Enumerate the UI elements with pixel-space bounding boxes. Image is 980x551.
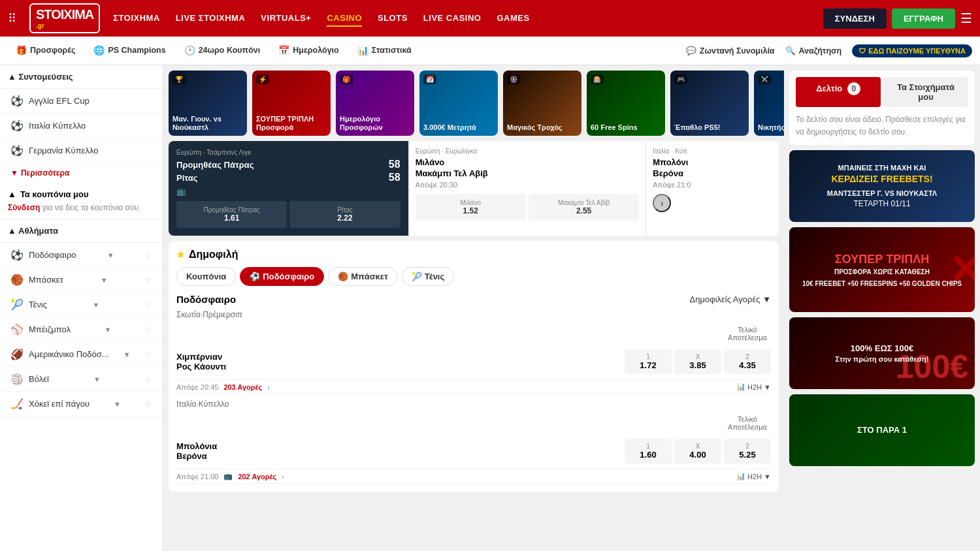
- arrow-icon-2: ›: [282, 473, 284, 480]
- match2-odd2-button[interactable]: Μακάμπι Τελ Αβίβ 2.55: [529, 194, 639, 221]
- promo-offer[interactable]: 🎁 Ημερολόγιο Προσφορών: [336, 71, 414, 136]
- bet-header-1: Τελικό Αποτέλεσμα: [176, 323, 771, 344]
- sidebar-item-england[interactable]: ⚽ Αγγλία EFL Cup: [0, 89, 163, 114]
- deltio-empty-text: Το δελτίο σου είναι άδειο. Πρόσθεσε επιλ…: [796, 114, 968, 138]
- fav-volleyball-icon[interactable]: ☆: [145, 375, 152, 384]
- chevron-markets-icon: ▼: [762, 294, 771, 304]
- nav-live-stoixima[interactable]: LIVE ΣΤΟΙΧΗΜΑ: [176, 10, 246, 27]
- sports-title: ▲ Αθλήματα: [8, 226, 58, 236]
- tab-mpasket[interactable]: 🏀 Μπάσκετ: [328, 267, 398, 286]
- match1-odd1-button[interactable]: Προμηθέας Πάτρας 1.61: [176, 201, 287, 228]
- nav-games[interactable]: GAMES: [497, 10, 529, 27]
- sec-nav-stats-label: Στατιστικά: [372, 46, 412, 55]
- promo-badge-4: 📅: [423, 74, 436, 84]
- h2h-badge-2[interactable]: 📊 H2H ▼: [736, 472, 771, 480]
- register-button[interactable]: ΕΓΓΡΑΦΗ: [892, 8, 955, 29]
- hamburger-icon[interactable]: ☰: [960, 10, 972, 26]
- sidebar-sport-baseball[interactable]: ⚾ Μπέιζμπολ ▼ ☆: [0, 317, 163, 342]
- promo-wheel[interactable]: 🎡 Μαγικός Τροχός: [503, 71, 581, 136]
- fav-basketball-icon[interactable]: ☆: [145, 276, 152, 285]
- live-chat-button[interactable]: 💬 Ζωντανή Συνομιλία: [686, 46, 775, 55]
- odd-1-1[interactable]: 1 1.72: [625, 349, 672, 374]
- promo-calendar[interactable]: 📅 3.000€ Μετρητά: [419, 71, 498, 136]
- odd-2-1[interactable]: 1 1.60: [625, 439, 672, 464]
- syndesi-link[interactable]: Σύνδεση: [8, 203, 40, 212]
- odd-1-x[interactable]: X 3.85: [674, 349, 721, 374]
- odd-2-x[interactable]: X 4.00: [674, 439, 721, 464]
- popular-tabs: Κουπόνια ⚽ Ποδόσφαιρο 🏀 Μπάσκετ 🎾 Τένις: [176, 267, 771, 286]
- h2h-badge-1[interactable]: 📊 H2H ▼: [736, 383, 771, 391]
- sec-nav-24h[interactable]: 🕐 24ωρο Κουπόνι: [176, 37, 269, 65]
- shortcuts-header[interactable]: ▲ Συντομεύσεις: [0, 65, 163, 89]
- sec-nav-statistika[interactable]: 📊 Στατιστικά: [350, 37, 419, 65]
- promo-battles[interactable]: ⚔️ Νικητής Εβδομάδας: [754, 71, 784, 136]
- sidebar-sport-hockey[interactable]: 🏒 Χόκεϊ επί πάγου ▼ ☆: [0, 392, 163, 417]
- sec-nav-ps-champions[interactable]: 🌐 PS Champions: [86, 37, 173, 65]
- grid-icon[interactable]: ⠿: [8, 11, 16, 25]
- nav-stoixima[interactable]: ΣΤΟΙΧΗΜΑ: [113, 10, 160, 27]
- edw-paizoume-button[interactable]: 🛡 ΕΔΩ ΠΑΙΖΟΥΜΕ ΥΠΕΥΘΥΝΑ: [852, 44, 972, 57]
- odds-header-1: Τελικό Αποτέλεσμα: [724, 326, 771, 341]
- match2-markets[interactable]: 202 Αγορές: [238, 473, 276, 480]
- nav-virtuals[interactable]: VIRTUALS+: [261, 10, 311, 27]
- brand-logo[interactable]: STOIXIMA .gr: [29, 3, 100, 33]
- teams-1: Χιμπέρνιαν Ρος Κάουντι: [176, 352, 619, 371]
- sidebar-item-italy[interactable]: ⚽ Ιταλία Κύπελλο: [0, 114, 163, 138]
- sidebar-item-germany[interactable]: ⚽ Γερμανία Κύπελλο: [0, 138, 163, 163]
- popular-section: ★ Δημοφιλή Κουπόνια ⚽ Ποδόσφαιρο 🏀 Μπάσκ…: [169, 241, 779, 492]
- kouponia-section: ▲ Τα κουπόνια μου Σύνδεση για να δεις τα…: [0, 183, 163, 219]
- fav-hockey-icon[interactable]: ☆: [145, 400, 152, 409]
- nav-casino[interactable]: CASINO: [327, 10, 362, 27]
- tab-tenis[interactable]: 🎾 Τένις: [402, 267, 454, 286]
- match1-time: Απόψε 20:45: [176, 383, 218, 391]
- my-bets-tab[interactable]: Τα Στοιχήματά μου: [883, 77, 968, 107]
- nav-slots[interactable]: SLOTS: [378, 10, 408, 27]
- para1-banner[interactable]: ΣΤΟ ΠΑΡΑ 1: [789, 394, 975, 466]
- ps-banner-text2: ΚΕΡΔΙΖΕΙΣ FREEBETS!: [827, 173, 937, 186]
- match-next-button[interactable]: ›: [653, 194, 671, 212]
- match2-odd1-button[interactable]: Μιλάνο 1.52: [416, 194, 526, 221]
- sec-nav-imerologio[interactable]: 📅 Ημερολόγιο: [270, 37, 346, 65]
- nav-live-casino[interactable]: LIVE CASINO: [423, 10, 482, 27]
- odd-1-2[interactable]: 2 4.35: [724, 349, 771, 374]
- tab-kouponia-label: Κουπόνια: [186, 272, 226, 281]
- fav-football-icon[interactable]: ☆: [145, 251, 152, 260]
- search-button[interactable]: 🔍 Αναζήτηση: [785, 46, 842, 55]
- shortcuts-more[interactable]: ▼ Περισσότερα: [0, 163, 163, 183]
- triple-banner[interactable]: ΣΟΥΠΕΡ ΤΡΙΠΛΗ ΠΡΟΣΦΟΡΑ ΧΩΡΙΣ ΚΑΤΑΘΕΣΗ 10…: [789, 227, 975, 312]
- sidebar-sport-american-football[interactable]: 🏈 Αμερικάνικο Ποδόσ... ▼ ☆: [0, 342, 163, 367]
- promo-freespins[interactable]: 🎰 60 Free Spins: [587, 71, 665, 136]
- tab-kouponia[interactable]: Κουπόνια: [176, 267, 236, 286]
- match1-odd2-val: 2.22: [337, 213, 352, 223]
- fav-baseball-icon[interactable]: ☆: [145, 325, 152, 334]
- login-button[interactable]: ΣΥΝΔΕΣΗ: [823, 8, 887, 29]
- match2-time-meta: Απόψε 21:00: [176, 473, 218, 480]
- promo-badge-1: 🏆: [172, 74, 186, 84]
- sidebar-sport-tennis[interactable]: 🎾 Τένις ▼ ☆: [0, 292, 163, 317]
- promo-ps-champions[interactable]: 🏆 Μαν. Γιουν. vs Νιούκαστλ: [169, 71, 247, 136]
- sports-header[interactable]: ▲ Αθλήματα: [0, 219, 163, 243]
- sidebar-sport-basketball[interactable]: 🏀 Μπάσκετ ▼ ☆: [0, 268, 163, 292]
- kouponia-suffix: για να δεις τα κουπόνια σου: [42, 203, 139, 212]
- fav-tennis-icon[interactable]: ☆: [145, 300, 152, 309]
- sidebar-sport-football[interactable]: ⚽ Ποδόσφαιρο ▼ ☆: [0, 243, 163, 268]
- fav-amfootball-icon[interactable]: ☆: [145, 350, 152, 359]
- match1-odds: Προμηθέας Πάτρας 1.61 Ρίτας 2.22: [176, 201, 400, 228]
- match1-odd2-button[interactable]: Ρίτας 2.22: [289, 201, 400, 228]
- deltio-tab[interactable]: Δελτίο 0: [796, 77, 881, 107]
- bet-group-1: Σκωτία·Πρέμιερσιπ Τελικό Αποτέλεσμα Χιμπ…: [176, 310, 771, 394]
- sidebar-sport-volleyball[interactable]: 🏐 Βόλεϊ ▼ ☆: [0, 367, 163, 392]
- bonus-banner[interactable]: 100% ΕΩΣ 100€ Στην πρώτη σου κατάθεση! 1…: [789, 317, 975, 389]
- promo-triple[interactable]: ⚡ ΣΟΥΠΕΡ ΤΡΙΠΛΗ Προσφορά: [252, 71, 331, 136]
- kouponia-header[interactable]: ▲ Τα κουπόνια μου: [8, 189, 155, 199]
- team1-match1: Χιμπέρνιαν: [176, 352, 619, 362]
- sec-nav-prosfores[interactable]: 🎁 Προσφορές: [8, 37, 83, 65]
- tab-podosfairo[interactable]: ⚽ Ποδόσφαιρο: [240, 267, 324, 286]
- match1-markets[interactable]: 203 Αγορές: [223, 383, 262, 391]
- promo-ps5[interactable]: 🎮 Έπαθλο PS5!: [670, 71, 749, 136]
- odd-2-2[interactable]: 2 5.25: [724, 439, 771, 464]
- ps-champions-banner[interactable]: ΜΠΑΙΝΕΙΣ ΣΤΗ ΜΑΧΗ ΚΑΙ ΚΕΡΔΙΖΕΙΣ FREEBETS…: [789, 150, 975, 222]
- markets-dropdown[interactable]: Δημοφιλείς Αγορές ▼: [690, 294, 771, 304]
- tv-icon-1: 📺: [176, 187, 186, 196]
- match2-team2-label: Μακάμπι Τελ Αβίβ: [531, 199, 636, 206]
